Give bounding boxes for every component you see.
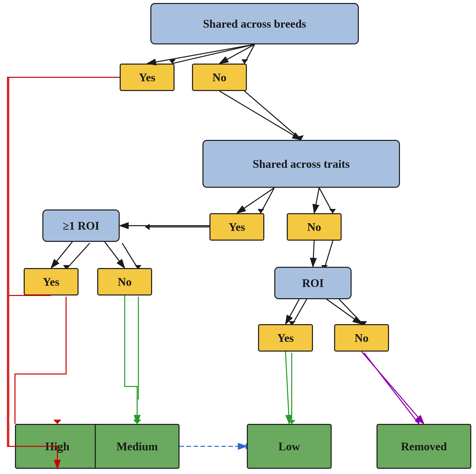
shared-across-breeds-node: Shared across breeds (150, 3, 359, 44)
svg-marker-3 (241, 59, 248, 64)
svg-line-0 (172, 44, 255, 64)
svg-line-29 (364, 353, 419, 424)
svg-line-4 (244, 91, 301, 140)
svg-line-52 (362, 352, 424, 424)
svg-marker-30 (414, 419, 421, 424)
svg-line-38 (147, 44, 255, 64)
yes4-node: Yes (258, 324, 313, 352)
svg-marker-9 (329, 209, 336, 213)
svg-marker-31 (54, 420, 61, 424)
svg-line-12 (66, 243, 90, 269)
svg-line-18 (292, 299, 307, 325)
svg-line-45 (105, 242, 125, 268)
yes3-node: Yes (24, 268, 79, 295)
svg-line-16 (324, 241, 333, 269)
no1-node: No (192, 64, 247, 91)
medium-node: Medium (95, 424, 180, 469)
svg-line-2 (244, 44, 255, 64)
svg-line-6 (261, 188, 274, 213)
high-node: High (15, 424, 100, 469)
roi2-node: ROI (274, 267, 352, 299)
no3-node: No (97, 268, 152, 295)
svg-line-42 (314, 188, 319, 213)
yes1-node: Yes (120, 64, 175, 91)
svg-line-41 (237, 188, 274, 213)
svg-line-39 (219, 44, 255, 64)
svg-line-40 (219, 91, 301, 140)
svg-marker-32 (133, 420, 141, 424)
svg-line-48 (327, 299, 362, 324)
svg-marker-24 (133, 420, 141, 424)
svg-line-14 (122, 243, 138, 269)
svg-line-47 (286, 299, 299, 324)
no2-node: No (287, 213, 342, 241)
svg-marker-5 (297, 135, 304, 140)
no4-node: No (334, 324, 389, 352)
svg-line-8 (319, 188, 333, 213)
svg-marker-22 (54, 420, 61, 424)
svg-marker-1 (169, 59, 176, 64)
svg-line-44 (51, 242, 72, 268)
svg-marker-11 (145, 224, 150, 230)
low-node: Low (247, 424, 332, 469)
svg-line-46 (313, 241, 314, 267)
yes2-node: Yes (209, 213, 264, 241)
svg-marker-7 (258, 209, 264, 213)
svg-line-20 (339, 299, 364, 325)
svg-marker-28 (288, 420, 295, 424)
svg-line-50 (286, 352, 289, 424)
shared-across-traits-node: Shared across traits (202, 140, 400, 188)
removed-node: Removed (377, 424, 471, 469)
roi1-node: ≥1 ROI (42, 209, 120, 242)
